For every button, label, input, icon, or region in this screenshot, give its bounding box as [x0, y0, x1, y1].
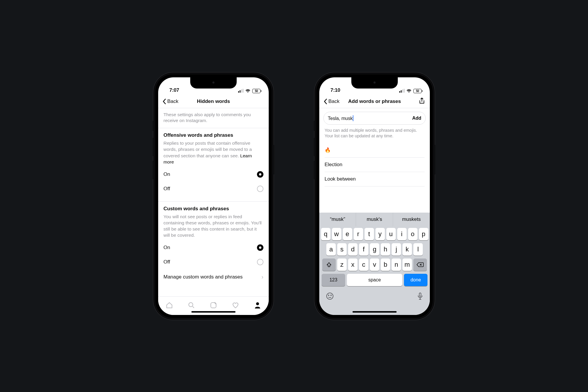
wifi-icon — [245, 89, 250, 93]
screen-right: 7:10 50 Back Add words or phrases Tesla,… — [319, 77, 430, 315]
space-key[interactable]: space — [347, 274, 402, 286]
home-indicator[interactable] — [191, 311, 235, 313]
key-p[interactable]: p — [419, 228, 428, 240]
chevron-left-icon — [162, 99, 166, 104]
manage-words-row[interactable]: Manage custom words and phrases › — [163, 269, 263, 284]
input-value: Tesla, musk — [328, 116, 353, 121]
key-l[interactable]: l — [413, 243, 423, 256]
tab-activity[interactable] — [232, 301, 239, 310]
dictation-key[interactable] — [417, 292, 423, 301]
svg-point-0 — [189, 303, 193, 307]
shift-key[interactable] — [322, 258, 336, 271]
cellular-icon — [238, 89, 243, 93]
key-b[interactable]: b — [381, 258, 390, 271]
wifi-icon — [406, 89, 412, 93]
tab-compose[interactable] — [210, 301, 217, 310]
numbers-key[interactable]: 123 — [322, 274, 345, 286]
key-t[interactable]: t — [365, 228, 374, 240]
nav-bar: Back Hidden words — [158, 95, 269, 108]
custom-section: Custom words and phrases You will not se… — [158, 202, 269, 284]
back-button[interactable]: Back — [323, 99, 340, 104]
offensive-body: Replies to your posts that contain offen… — [163, 140, 263, 165]
key-f[interactable]: f — [359, 243, 368, 256]
tab-home[interactable] — [166, 301, 173, 310]
svg-point-5 — [331, 295, 331, 295]
suggestion[interactable]: musk's — [356, 213, 393, 226]
key-z[interactable]: z — [337, 258, 347, 271]
input-hint: You can add multiple words, phrases and … — [319, 126, 430, 143]
notch — [190, 77, 237, 89]
svg-point-3 — [327, 293, 333, 299]
off-label: Off — [163, 186, 170, 192]
custom-on-row[interactable]: On — [163, 241, 263, 255]
key-a[interactable]: a — [326, 243, 336, 256]
done-key[interactable]: done — [404, 274, 427, 286]
svg-point-4 — [328, 295, 329, 295]
home-indicator[interactable] — [353, 311, 397, 313]
word-input[interactable]: Tesla, musk Add — [323, 112, 426, 125]
offensive-section: Offensive words and phrases Replies to y… — [158, 128, 269, 196]
tab-search[interactable] — [188, 301, 195, 310]
key-w[interactable]: w — [332, 228, 341, 240]
custom-heading: Custom words and phrases — [163, 206, 263, 212]
intro-text: These settings also apply to comments yo… — [158, 108, 269, 129]
key-i[interactable]: i — [397, 228, 407, 240]
suggestion-bar: “musk”musk'smuskets — [319, 213, 430, 226]
list-item[interactable]: 🔥 — [325, 143, 425, 158]
suggestion[interactable]: muskets — [393, 213, 430, 226]
list-item[interactable]: Election — [325, 158, 425, 172]
status-time: 7:07 — [169, 87, 179, 93]
key-v[interactable]: v — [370, 258, 379, 271]
battery-icon: 50 — [252, 89, 260, 93]
key-m[interactable]: m — [402, 258, 412, 271]
key-u[interactable]: u — [386, 228, 396, 240]
key-o[interactable]: o — [408, 228, 417, 240]
on-label: On — [163, 245, 170, 251]
share-button[interactable] — [419, 97, 425, 106]
offensive-heading: Offensive words and phrases — [163, 132, 263, 138]
custom-body: You will not see posts or replies in fee… — [163, 213, 263, 238]
key-c[interactable]: c — [359, 258, 368, 271]
status-time: 7:10 — [330, 87, 340, 93]
tab-profile[interactable] — [254, 301, 261, 310]
radio-on-icon — [257, 171, 263, 178]
page-title: Add words or phrases — [348, 99, 401, 104]
add-button[interactable]: Add — [412, 116, 421, 121]
emoji-key[interactable] — [326, 292, 334, 301]
radio-on-icon — [257, 244, 263, 251]
battery-icon: 50 — [413, 89, 422, 93]
offensive-on-row[interactable]: On — [163, 167, 263, 182]
key-j[interactable]: j — [392, 243, 401, 256]
manage-label: Manage custom words and phrases — [163, 274, 243, 280]
key-s[interactable]: s — [337, 243, 347, 256]
list-item[interactable]: Look between — [325, 172, 425, 186]
key-h[interactable]: h — [381, 243, 390, 256]
svg-rect-6 — [419, 293, 421, 296]
iphone-left: 7:07 50 Back Hidden words These settings… — [153, 73, 273, 320]
key-k[interactable]: k — [402, 243, 412, 256]
on-label: On — [163, 171, 170, 177]
key-x[interactable]: x — [348, 258, 358, 271]
offensive-off-row[interactable]: Off — [163, 182, 263, 196]
chevron-right-icon: › — [261, 273, 263, 280]
key-d[interactable]: d — [348, 243, 358, 256]
key-n[interactable]: n — [392, 258, 401, 271]
custom-off-row[interactable]: Off — [163, 255, 263, 269]
page-title: Hidden words — [197, 99, 230, 104]
suggestion[interactable]: “musk” — [319, 213, 356, 226]
off-label: Off — [163, 259, 170, 265]
backspace-key[interactable] — [413, 258, 427, 271]
key-r[interactable]: r — [354, 228, 363, 240]
iphone-right: 7:10 50 Back Add words or phrases Tesla,… — [315, 73, 435, 320]
back-label: Back — [167, 99, 178, 104]
chevron-left-icon — [323, 99, 327, 104]
key-q[interactable]: q — [321, 228, 330, 240]
cellular-icon — [399, 89, 405, 93]
key-g[interactable]: g — [370, 243, 379, 256]
key-e[interactable]: e — [343, 228, 352, 240]
back-button[interactable]: Back — [162, 99, 178, 104]
word-list: 🔥ElectionLook between — [319, 143, 430, 186]
key-y[interactable]: y — [375, 228, 385, 240]
nav-bar: Back Add words or phrases — [319, 95, 430, 108]
radio-off-icon — [257, 186, 263, 192]
